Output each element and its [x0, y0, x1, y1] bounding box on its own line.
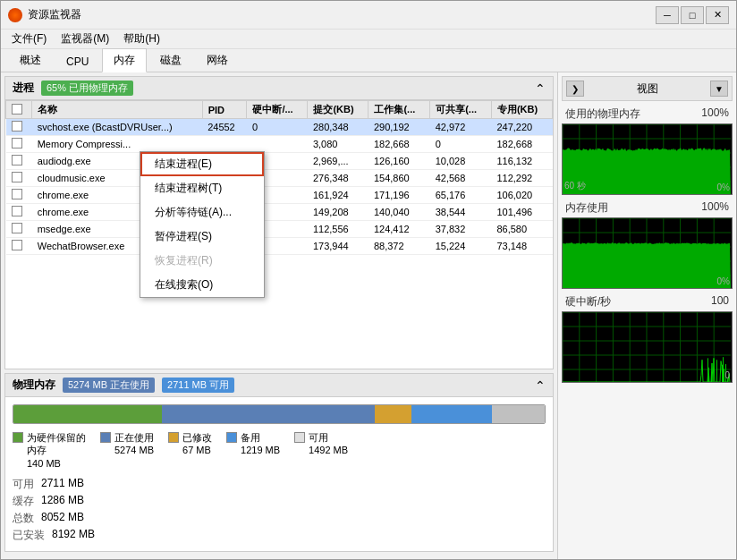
window-title: 资源监视器 [28, 7, 656, 22]
graph-hard-interrupts: 硬中断/秒 100 0 [562, 293, 733, 383]
tab-memory[interactable]: 内存 [102, 48, 147, 72]
table-row[interactable]: svchost.exe (BcastDVRUser...) 24552 0 28… [6, 119, 553, 136]
memory-section-header[interactable]: 物理内存 5274 MB 正在使用 2711 MB 可用 ⌃ [5, 374, 553, 397]
tab-bar: 概述 CPU 内存 磁盘 网络 [1, 49, 736, 72]
minimize-button[interactable]: ─ [656, 6, 679, 24]
process-title: 进程 [13, 81, 34, 96]
row-shared: 0 [430, 136, 492, 153]
table-row[interactable]: WechatBrowser.exe 173,944 88,372 15,224 … [6, 238, 553, 255]
table-row[interactable]: cloudmusic.exe 276,348 154,860 42,568 11… [6, 170, 553, 187]
legend-available-color [294, 432, 305, 443]
stat-total: 总数 8052 MB [13, 511, 95, 526]
row-shared: 10,028 [430, 153, 492, 170]
right-nav-next[interactable]: ▼ [710, 81, 728, 97]
legend-standby: 备用1219 MB [226, 431, 280, 470]
main-area: 进程 65% 已用物理内存 ⌃ 名称 PID 硬中断/... [1, 72, 736, 559]
col-hard[interactable]: 硬中断/... [247, 101, 308, 119]
row-commit: 280,348 [308, 119, 368, 136]
row-commit: 276,348 [308, 170, 368, 187]
col-name[interactable]: 名称 [32, 101, 202, 119]
table-row[interactable]: chrome.exe 149,208 140,040 38,544 101,49… [6, 204, 553, 221]
process-expand-icon[interactable]: ⌃ [535, 81, 546, 96]
row-private: 247,220 [491, 119, 552, 136]
row-working: 171,196 [368, 187, 430, 204]
row-private: 116,132 [491, 153, 552, 170]
legend-available: 可用1492 MB [294, 431, 348, 470]
legend-in-use: 正在使用5274 MB [100, 431, 154, 470]
table-row[interactable]: Memory Compressi... 3,080 182,668 0 182,… [6, 136, 553, 153]
legend-reserved: 为硬件保留的内存140 MB [13, 431, 86, 470]
graph-memory-used-label: 使用的物理内存 100% [562, 105, 733, 123]
process-section-header[interactable]: 进程 65% 已用物理内存 ⌃ [5, 77, 553, 100]
stat-cache: 缓存 1286 MB [13, 494, 95, 509]
menu-monitor[interactable]: 监视器(M) [54, 30, 116, 48]
table-row[interactable]: msedge.exe 112,556 124,412 37,832 86,580 [6, 221, 553, 238]
legend-standby-color [226, 432, 237, 443]
row-name: svchost.exe (BcastDVRUser...) [32, 119, 202, 136]
tab-disk[interactable]: 磁盘 [148, 48, 193, 72]
maximize-button[interactable]: □ [681, 6, 704, 24]
row-commit: 2,969,... [308, 153, 368, 170]
col-working[interactable]: 工作集(... [368, 101, 430, 119]
row-private: 73,148 [491, 238, 552, 255]
row-checkbox[interactable] [12, 240, 22, 250]
stat-group: 可用 2711 MB 缓存 1286 MB 总数 8052 MB [13, 477, 95, 543]
table-row[interactable]: chrome.exe 161,924 171,196 65,176 106,02… [6, 187, 553, 204]
row-checkbox[interactable] [12, 172, 22, 182]
row-commit: 149,208 [308, 204, 368, 221]
context-menu-analyze-wait[interactable]: 分析等待链(A)... [140, 200, 264, 225]
menu-file[interactable]: 文件(F) [4, 30, 54, 48]
tab-overview[interactable]: 概述 [8, 48, 53, 72]
row-checkbox[interactable] [12, 138, 22, 148]
close-button[interactable]: ✕ [706, 6, 729, 24]
row-commit: 3,080 [308, 136, 368, 153]
row-commit: 112,556 [308, 221, 368, 238]
bar-available [492, 405, 545, 423]
row-name: Memory Compressi... [32, 136, 202, 153]
row-private: 101,496 [491, 204, 552, 221]
col-checkbox [6, 101, 32, 119]
context-menu-online-search[interactable]: 在线搜索(O) [140, 273, 264, 297]
context-menu-end-process[interactable]: 结束进程(E) [140, 152, 264, 176]
menu-help[interactable]: 帮助(H) [116, 30, 167, 48]
graph-hard-interrupts-label: 硬中断/秒 100 [562, 293, 733, 311]
tab-cpu[interactable]: CPU [55, 51, 100, 72]
row-working: 88,372 [368, 238, 430, 255]
memory-content: 为硬件保留的内存140 MB 正在使用5274 MB 已修改67 MB [5, 397, 553, 550]
col-shared[interactable]: 可共享(... [430, 101, 492, 119]
right-nav-prev[interactable]: ❯ [566, 81, 584, 97]
app-icon [8, 8, 22, 22]
memory-expand-icon[interactable]: ⌃ [535, 378, 546, 393]
tab-network[interactable]: 网络 [195, 48, 240, 72]
row-checkbox[interactable] [12, 189, 22, 199]
row-shared: 42,568 [430, 170, 492, 187]
process-table: 名称 PID 硬中断/... 提交(KB) 工作集(... 可共享(... 专用… [5, 100, 553, 255]
memory-legend: 为硬件保留的内存140 MB 正在使用5274 MB 已修改67 MB [13, 431, 546, 470]
graph-memory-usage-label: 内存使用 100% [562, 199, 733, 217]
row-working: 126,160 [368, 153, 430, 170]
legend-in-use-color [100, 432, 111, 443]
legend-reserved-color [13, 432, 23, 443]
context-menu-end-process-tree[interactable]: 结束进程树(T) [140, 176, 264, 200]
context-menu-suspend[interactable]: 暂停进程(S) [140, 225, 264, 249]
process-table-scroll[interactable]: 名称 PID 硬中断/... 提交(KB) 工作集(... 可共享(... 专用… [5, 100, 553, 255]
row-shared: 38,544 [430, 204, 492, 221]
col-private[interactable]: 专用(KB) [491, 101, 552, 119]
graph3-bottom-label: 0 [724, 370, 730, 380]
right-panel: ❯ 视图 ▼ 使用的物理内存 100% 0% 60 秒 内存使用 [557, 72, 736, 559]
row-checkbox[interactable] [12, 223, 22, 233]
bar-standby [411, 405, 491, 423]
row-private: 86,580 [491, 221, 552, 238]
row-shared: 15,224 [430, 238, 492, 255]
row-commit: 161,924 [308, 187, 368, 204]
context-menu: 结束进程(E) 结束进程树(T) 分析等待链(A)... 暂停进程(S) 恢复进… [140, 151, 265, 298]
col-commit[interactable]: 提交(KB) [308, 101, 368, 119]
table-row[interactable]: audiodg.exe 2,969,... 126,160 10,028 116… [6, 153, 553, 170]
title-bar: 资源监视器 ─ □ ✕ [1, 1, 736, 30]
row-checkbox[interactable] [12, 121, 22, 132]
graph-hard-interrupts-container: 0 [562, 311, 733, 383]
row-checkbox[interactable] [12, 206, 22, 216]
col-pid[interactable]: PID [202, 101, 247, 119]
stat-available: 可用 2711 MB [13, 477, 95, 492]
row-checkbox[interactable] [12, 155, 22, 165]
